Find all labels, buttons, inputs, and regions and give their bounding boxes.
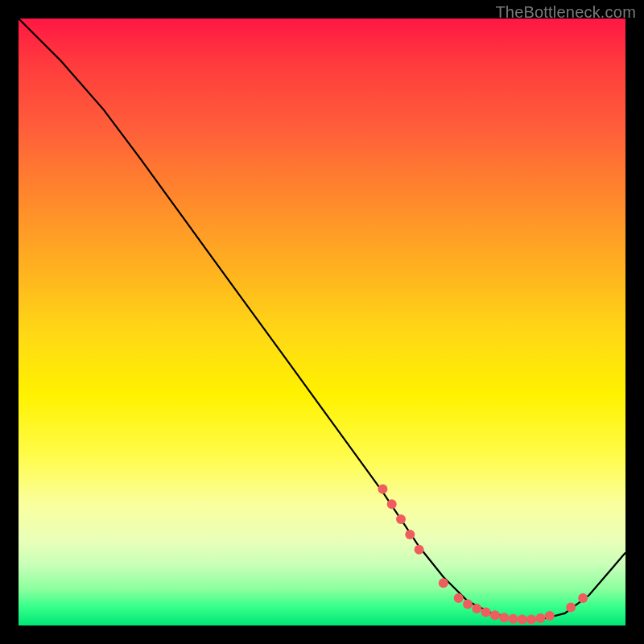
watermark-text: TheBottleneck.com [495, 3, 636, 22]
gradient-plot-area [19, 19, 625, 625]
chart-frame: TheBottleneck.com [0, 0, 644, 644]
